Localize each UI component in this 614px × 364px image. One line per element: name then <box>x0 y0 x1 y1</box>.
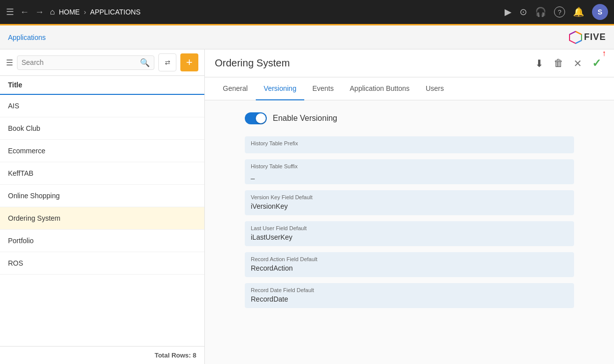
list-item[interactable]: Ecommerce <box>0 140 204 162</box>
export-button[interactable]: ⇄ <box>158 53 176 71</box>
version-key-value: iVersionKey <box>251 202 568 210</box>
svg-line-4 <box>570 31 576 34</box>
main-layout: ☰ 🔍 ⇄ + Title AIS Book Club Ecommerce Ke… <box>0 49 614 364</box>
history-table-prefix-field[interactable]: History Table Prefix <box>245 136 574 153</box>
user-avatar[interactable]: S <box>592 4 608 20</box>
list-item[interactable]: KeffTAB <box>0 162 204 185</box>
page-title: Ordering System <box>215 57 290 69</box>
content-header: Ordering System ⬇ 🗑 ✕ ✓ ↑ <box>205 49 614 77</box>
add-button[interactable]: + <box>180 53 198 71</box>
search-icon: 🔍 <box>140 58 150 67</box>
list-item[interactable]: ROS <box>0 252 204 275</box>
top-nav: ☰ ← → ⌂ HOME › APPLICATIONS ▶ ⊙ 🎧 ? 🔔 S <box>0 0 614 24</box>
history-table-prefix-label: History Table Prefix <box>251 140 568 146</box>
record-action-field[interactable]: Record Action Field Default RecordAction <box>245 252 574 277</box>
download-button[interactable]: ⬇ <box>532 55 547 71</box>
sidebar-toolbar: ☰ 🔍 ⇄ + <box>0 49 204 76</box>
tab-general[interactable]: General <box>215 77 256 100</box>
table-header: Title <box>0 76 204 95</box>
enable-versioning-label: Enable Versioning <box>273 114 337 123</box>
record-date-value: RecordDate <box>251 295 568 303</box>
home-icon: ⌂ <box>50 7 55 16</box>
last-user-value: iLastUserKey <box>251 233 568 241</box>
tab-users[interactable]: Users <box>418 77 452 100</box>
record-action-label: Record Action Field Default <box>251 256 568 262</box>
five-logo: FIVE <box>569 30 606 44</box>
help-icon[interactable]: ? <box>554 6 565 17</box>
svg-line-1 <box>576 31 582 34</box>
list-item[interactable]: Book Club <box>0 117 204 140</box>
search-input[interactable] <box>21 58 140 66</box>
breadcrumb: ⌂ HOME › APPLICATIONS <box>50 7 140 16</box>
apps-link[interactable]: APPLICATIONS <box>90 8 140 16</box>
forward-icon[interactable]: → <box>35 7 44 17</box>
tab-versioning[interactable]: Versioning <box>256 77 304 100</box>
content-actions: ⬇ 🗑 ✕ ✓ ↑ <box>532 55 604 72</box>
tabs-bar: General Versioning Events Application Bu… <box>205 77 614 100</box>
tab-events[interactable]: Events <box>304 77 342 100</box>
sidebar: ☰ 🔍 ⇄ + Title AIS Book Club Ecommerce Ke… <box>0 49 205 364</box>
sidebar-footer: Total Rows: 8 <box>0 346 204 364</box>
home-link[interactable]: HOME <box>59 8 80 16</box>
headset-icon[interactable]: 🎧 <box>535 6 546 17</box>
record-date-field[interactable]: Record Date Field Default RecordDate <box>245 283 574 308</box>
content-area: Ordering System ⬇ 🗑 ✕ ✓ ↑ General Versio… <box>205 49 614 364</box>
history-table-suffix-label: History Table Suffix <box>251 163 568 169</box>
search-nav-icon[interactable]: ⊙ <box>520 6 527 17</box>
delete-button[interactable]: 🗑 <box>551 55 567 71</box>
list-item[interactable]: Online Shopping <box>0 185 204 207</box>
enable-versioning-row: Enable Versioning <box>245 112 574 124</box>
five-logo-text: FIVE <box>584 32 606 42</box>
toggle-knob <box>256 113 266 123</box>
play-icon[interactable]: ▶ <box>505 6 512 17</box>
form-content: Enable Versioning History Table Prefix H… <box>205 100 614 364</box>
back-icon[interactable]: ← <box>20 7 29 17</box>
record-action-value: RecordAction <box>251 264 568 272</box>
bell-icon[interactable]: 🔔 <box>573 6 584 17</box>
record-date-label: Record Date Field Default <box>251 287 568 293</box>
list-item-active[interactable]: Ordering System <box>0 207 204 230</box>
enable-versioning-toggle[interactable] <box>245 112 267 124</box>
version-key-label: Version Key Field Default <box>251 194 568 200</box>
history-table-suffix-field[interactable]: History Table Suffix _ <box>245 159 574 184</box>
last-user-field[interactable]: Last User Field Default iLastUserKey <box>245 221 574 246</box>
svg-line-3 <box>576 40 582 43</box>
filter-icon[interactable]: ☰ <box>6 58 13 67</box>
breadcrumb-chevron: › <box>84 8 86 16</box>
five-logo-icon <box>569 30 583 44</box>
confirm-button[interactable]: ✓ ↑ <box>589 55 604 72</box>
list-item[interactable]: Portfolio <box>0 230 204 252</box>
red-arrow-indicator: ↑ <box>602 49 606 58</box>
applications-breadcrumb[interactable]: Applications <box>8 33 46 41</box>
close-button[interactable]: ✕ <box>571 55 585 71</box>
search-wrap: 🔍 <box>17 55 154 70</box>
sub-header: Applications FIVE <box>0 25 614 49</box>
tab-application-buttons[interactable]: Application Buttons <box>342 77 418 100</box>
menu-icon[interactable]: ☰ <box>6 6 14 17</box>
nav-right-icons: ▶ ⊙ 🎧 ? 🔔 S <box>505 4 608 20</box>
list-item[interactable]: AIS <box>0 95 204 117</box>
history-table-suffix-value: _ <box>251 171 568 179</box>
sidebar-table: Title AIS Book Club Ecommerce KeffTAB On… <box>0 76 204 346</box>
version-key-field[interactable]: Version Key Field Default iVersionKey <box>245 190 574 215</box>
last-user-label: Last User Field Default <box>251 225 568 231</box>
